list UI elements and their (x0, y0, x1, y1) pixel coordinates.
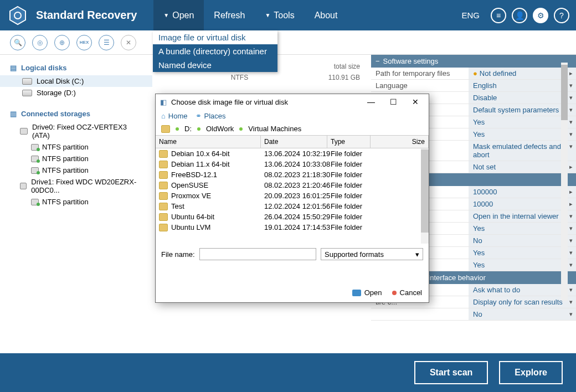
file-row[interactable]: Ubuntu 64-bit26.04.2024 15:50:29File fol… (156, 212, 429, 222)
chevron-icon: ▾ (569, 143, 573, 150)
home-icon: ⌂ (161, 112, 166, 120)
settings-value[interactable]: No▾ (469, 235, 576, 246)
open-dd-named[interactable]: Named device (153, 58, 277, 72)
settings-value[interactable]: Yes▾ (469, 223, 576, 234)
col-size[interactable]: Size (371, 136, 429, 148)
dialog-cancel-button[interactable]: Cancel (392, 288, 422, 297)
chevron-icon: ▾ (569, 298, 573, 306)
settings-row[interactable]: No▾ (371, 308, 576, 321)
scan-icon[interactable]: ⊕ (54, 35, 70, 50)
settings-value[interactable]: Open in the internal viewer▾ (469, 210, 576, 222)
file-row[interactable]: Proxmox VE20.09.2023 16:01:25File folder (156, 190, 429, 201)
drive0-part1[interactable]: NTFS partition (0, 141, 152, 153)
start-scan-button[interactable]: Start scan (414, 361, 488, 384)
main-menu: ▼Open Refresh ▼Tools About (153, 0, 347, 30)
file-row[interactable]: Test12.02.2024 12:01:56File folder (156, 201, 429, 212)
drive1-part1[interactable]: NTFS partition (0, 196, 152, 208)
footer: Start scan Explore (0, 353, 576, 392)
zoom-icon[interactable]: 🔍 (10, 35, 25, 50)
folder-icon (159, 182, 168, 189)
settings-value[interactable]: Mask emulated defects and abort▾ (469, 141, 576, 161)
file-name: Debian 11.x 64-bit (171, 160, 264, 168)
drive0-part3[interactable]: NTFS partition (0, 164, 152, 176)
filename-input[interactable] (199, 248, 316, 260)
crumb-vm[interactable]: Virtual Machines (248, 125, 301, 133)
lang-selector[interactable]: ENG (461, 11, 480, 20)
drive1[interactable]: Drive1: Fixed WDC WD20EZRX-00DC0... (0, 176, 152, 196)
minimize-button[interactable]: — (362, 97, 380, 106)
col-type[interactable]: Type (327, 136, 371, 148)
explore-button[interactable]: Explore (499, 361, 563, 384)
open-dd-image[interactable]: Image file or virtual disk (153, 30, 277, 44)
breadcrumb: D: OldWork Virtual Machines (156, 122, 429, 135)
file-row[interactable]: OpenSUSE08.02.2023 21:20:46File folder (156, 180, 429, 190)
gear-icon[interactable]: ⚙ (533, 8, 548, 23)
settings-value[interactable]: Yes▾ (469, 259, 576, 271)
list-icon[interactable]: ≡ (491, 8, 506, 23)
target-icon[interactable]: ◎ (32, 35, 48, 50)
open-dd-bundle[interactable]: A bundle (directory) container (153, 44, 277, 58)
folder-open-icon (352, 290, 361, 296)
settings-label: Language (371, 80, 469, 91)
file-name: FreeBSD-12.1 (171, 171, 264, 179)
scroll-thumb[interactable] (561, 65, 568, 120)
crumb-old[interactable]: OldWork (206, 125, 234, 133)
settings-value[interactable]: Default system parameters▾ (469, 104, 576, 116)
settings-value[interactable]: Not set▸ (469, 161, 576, 173)
user-icon[interactable]: 👤 (512, 8, 527, 23)
settings-value[interactable]: ●Not defined▸ (469, 68, 576, 79)
hex-button[interactable]: HEX (76, 35, 92, 50)
settings-value[interactable]: Yes▾ (469, 116, 576, 128)
file-row[interactable]: Debian 11.x 64-bit13.06.2024 10:33:08Fil… (156, 159, 429, 169)
settings-value[interactable]: 100000▸ (469, 186, 576, 198)
settings-value[interactable]: English▾ (469, 80, 576, 91)
list-icon[interactable]: ☰ (99, 35, 114, 50)
chevron-icon: ▾ (569, 106, 573, 114)
menu-tools[interactable]: ▼Tools (255, 0, 304, 30)
cancel-icon (392, 291, 397, 295)
menu-open[interactable]: ▼Open (153, 0, 204, 30)
maximize-button[interactable]: ☐ (384, 97, 402, 106)
svg-marker-0 (10, 7, 25, 24)
file-row[interactable]: Ubuntu LVM19.01.2024 17:14:53File folder (156, 222, 429, 233)
crumb-d[interactable]: D: (184, 125, 192, 133)
settings-value[interactable]: Display only for scan results▾ (469, 296, 576, 308)
disk-storage-d[interactable]: Storage (D:) (0, 87, 152, 99)
col-date[interactable]: Date (261, 136, 327, 148)
toolbar: 🔍 ◎ ⊕ HEX ☰ ✕ (0, 30, 576, 55)
settings-scrollbar[interactable] (561, 63, 568, 301)
dialog-open-button[interactable]: Open (352, 288, 382, 297)
scroll-thumb[interactable] (421, 149, 429, 233)
settings-row[interactable]: Path for temporary files●Not defined▸ (371, 68, 576, 80)
nav-places[interactable]: ⚭Places (196, 112, 226, 120)
storage-icon: ▥ (10, 110, 17, 118)
settings-value[interactable]: Ask what to do▾ (469, 284, 576, 296)
file-row[interactable]: Debian 10.x 64-bit13.06.2024 10:32:19Fil… (156, 148, 429, 159)
file-dialog: ◧ Choose disk image file or virtual disk… (155, 94, 429, 303)
drive0-part2[interactable]: NTFS partition (0, 153, 152, 164)
settings-value[interactable]: Yes▾ (469, 128, 576, 140)
chevron-icon: ▾ (569, 225, 573, 232)
disk-local-c[interactable]: Local Disk (C:) (0, 75, 152, 87)
format-select[interactable]: Supported formats▾ (321, 248, 423, 260)
settings-value[interactable]: Yes▾ (469, 247, 576, 259)
settings-soft-header[interactable]: −Software settings (371, 55, 576, 68)
close-icon[interactable]: ✕ (121, 35, 136, 50)
close-button[interactable]: ✕ (407, 97, 424, 106)
col-name[interactable]: Name (156, 136, 261, 148)
settings-value[interactable]: 10000▸ (469, 198, 576, 210)
file-type: File folder (331, 160, 374, 168)
settings-value[interactable]: Disable▾ (469, 92, 576, 104)
btn-label: Cancel (400, 288, 422, 297)
menu-about[interactable]: About (305, 0, 348, 30)
settings-row[interactable]: LanguageEnglish▾ (371, 80, 576, 92)
file-scrollbar[interactable] (421, 148, 429, 244)
settings-value[interactable]: No▾ (469, 308, 576, 320)
menu-refresh[interactable]: Refresh (204, 0, 255, 30)
dialog-buttons: Open Cancel (352, 288, 422, 297)
help-icon[interactable]: ? (554, 8, 569, 23)
nav-home[interactable]: ⌂Home (161, 112, 188, 120)
file-row[interactable]: FreeBSD-12.108.02.2023 21:18:30File fold… (156, 169, 429, 180)
dialog-nav: ⌂Home ⚭Places (156, 110, 429, 122)
drive0[interactable]: Drive0: Fixed OCZ-VERTEX3 (ATA) (0, 121, 152, 141)
